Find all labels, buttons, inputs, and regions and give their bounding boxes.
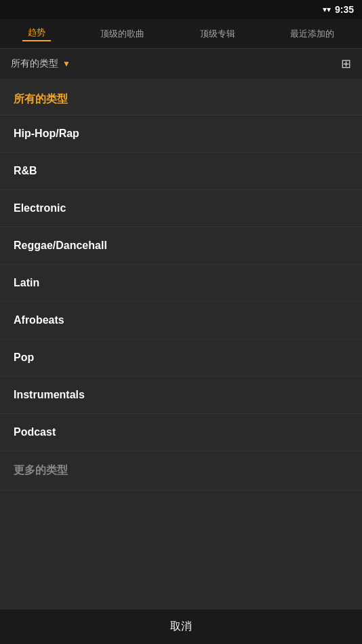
grid-view-icon[interactable]: ⊞ bbox=[341, 56, 351, 71]
nav-tab-trends[interactable]: 趋势 bbox=[22, 26, 51, 41]
cancel-button[interactable]: 取消 bbox=[0, 609, 362, 644]
genre-item-instrumentals[interactable]: Instrumentals bbox=[0, 377, 362, 414]
status-time: 9:35 bbox=[335, 4, 354, 15]
genre-item-hip-hop[interactable]: Hip-Hop/Rap bbox=[0, 115, 362, 153]
nav-tab-top-songs[interactable]: 顶级的歌曲 bbox=[95, 28, 150, 40]
cancel-label: 取消 bbox=[170, 620, 192, 634]
genre-item-reggae[interactable]: Reggae/Dancehall bbox=[0, 227, 362, 265]
genre-item-more[interactable]: 更多的类型 bbox=[0, 451, 362, 491]
genre-dropdown-overlay: 所有的类型 Hip-Hop/Rap R&B Electronic Reggae/… bbox=[0, 79, 362, 644]
genre-item-rnb[interactable]: R&B bbox=[0, 153, 362, 190]
nav-tab-top-albums[interactable]: 顶级专辑 bbox=[195, 28, 241, 40]
filter-label: 所有的类型 bbox=[11, 58, 58, 70]
genre-item-afrobeats[interactable]: Afrobeats bbox=[0, 302, 362, 339]
nav-tab-recently-added[interactable]: 最近添加的 bbox=[285, 28, 340, 40]
dropdown-header: 所有的类型 bbox=[0, 79, 362, 115]
status-bar: ▾▾ 9:35 bbox=[0, 0, 362, 19]
wifi-icon: ▾▾ bbox=[323, 5, 331, 14]
filter-dropdown-trigger[interactable]: 所有的类型 ▼ bbox=[11, 58, 71, 70]
genre-item-electronic[interactable]: Electronic bbox=[0, 190, 362, 227]
genre-item-latin[interactable]: Latin bbox=[0, 265, 362, 302]
filter-arrow-icon: ▼ bbox=[62, 59, 71, 69]
filter-bar: 所有的类型 ▼ ⊞ bbox=[0, 49, 362, 79]
top-navigation: 趋势 顶级的歌曲 顶级专辑 最近添加的 bbox=[0, 19, 362, 49]
genre-item-pop[interactable]: Pop bbox=[0, 339, 362, 377]
genre-item-podcast[interactable]: Podcast bbox=[0, 414, 362, 451]
